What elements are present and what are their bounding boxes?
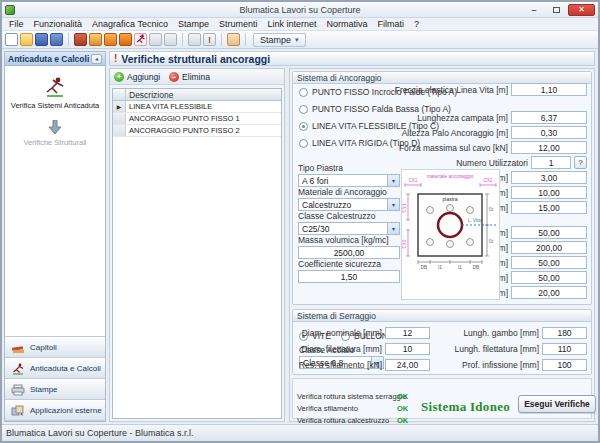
maximize-button[interactable] (546, 4, 566, 16)
delete-button[interactable]: Elimina (169, 72, 210, 82)
prof-infissione-input[interactable]: 100 (542, 359, 587, 371)
classe-calcestruzzo-select[interactable]: C25/30 (298, 222, 400, 235)
anchors-grid: Descrizione LINEA VITA FLESSIBILE ANCORA… (112, 88, 282, 419)
lungh-gambo-input[interactable]: 180 (542, 327, 587, 339)
field-label: Numero Utilizzatori (456, 158, 528, 168)
sidebar-collapse-button[interactable] (91, 54, 102, 64)
menu-link-internet[interactable]: Link internet (262, 19, 321, 29)
altezza-input[interactable]: 0,30 (511, 126, 587, 139)
tipo-piastra-select[interactable]: A 6 fori (298, 174, 400, 187)
anticaduta-icon[interactable] (134, 33, 147, 46)
verifica-rottura-serraggio-label: Verifica rottura sistema serraggio (297, 392, 407, 401)
cx2-input[interactable]: 200,00 (511, 241, 587, 254)
anagrafica-icon[interactable] (89, 33, 102, 46)
freccia-input[interactable]: 1,10 (511, 83, 587, 96)
res-sfilamento-input[interactable]: 24,00 (385, 359, 430, 371)
sidebar-item-verifica-sistemi[interactable]: Verifica Sistemi Anticaduta (11, 101, 99, 110)
field-lunghezza-campata: Lunghezza campata [m] 6,37 (417, 111, 587, 124)
selected-value: A 6 fori (302, 176, 328, 186)
row-selector (113, 113, 126, 124)
field-label: Res. a sfilamento [kN] (299, 360, 382, 370)
capitoli-icon[interactable] (74, 33, 87, 46)
computo-icon[interactable] (104, 33, 117, 46)
down-arrow-icon (47, 120, 63, 135)
menu-stampe[interactable]: Stampe (173, 19, 214, 29)
hand-icon[interactable] (227, 33, 240, 46)
field-label: Lungh. gambo [mm] (463, 328, 539, 338)
cy2-input[interactable]: 50,00 (511, 271, 587, 284)
table-row[interactable]: ANCORAGGIO PUNTO FISSO 2 (113, 125, 281, 137)
status-text: Blumatica Lavori su Coperture - Blumatic… (6, 428, 194, 438)
svg-text:DB: DB (421, 265, 427, 270)
lungh-filettatura-input[interactable]: 110 (542, 343, 587, 355)
misc-icon-3[interactable] (188, 33, 201, 46)
nav-stampe[interactable]: Stampe (5, 379, 105, 400)
help-button[interactable] (574, 156, 587, 169)
contabilita-icon[interactable] (119, 33, 132, 46)
nav-capitoli[interactable]: Capitoli (5, 337, 105, 358)
minimize-button[interactable] (524, 4, 544, 16)
i2-input[interactable]: 15,00 (511, 201, 587, 214)
close-button[interactable] (568, 4, 595, 16)
menu-anagrafica-tecnico[interactable]: Anagrafica Tecnico (87, 19, 173, 29)
list-toolbar: Aggiungi Elimina (110, 69, 284, 85)
plus-icon (114, 72, 124, 82)
misc-icon-2[interactable] (164, 33, 177, 46)
stampe-dropdown-button[interactable]: Stampe (253, 33, 306, 47)
nav-applicazioni-esterne[interactable]: Applicazioni esterne (5, 400, 105, 421)
save-as-icon[interactable] (50, 33, 63, 46)
forza-input[interactable]: 12,00 (511, 141, 587, 154)
field-lungh-gambo: Lungh. gambo [mm] 180 (463, 327, 587, 339)
field-label: Tipo Piastra (298, 163, 400, 173)
field-coefficiente-sicurezza: Coefficiente sicurezza 1,50 (298, 259, 400, 283)
field-tipo-piastra: Tipo Piastra A 6 fori (298, 163, 400, 187)
plate-diagram: materiale ancoraggio CX1 CX2 CY1 CY2 pia… (401, 169, 500, 300)
db-input[interactable]: 3,00 (511, 171, 587, 184)
table-row[interactable]: LINEA VITA FLESSIBILE (113, 101, 281, 113)
nav-anticaduta-e-calcoli[interactable]: Anticaduta e Calcoli (5, 358, 105, 379)
column-descrizione: Descrizione (126, 89, 173, 100)
field-label: Coefficiente sicurezza (298, 259, 400, 269)
chevron-down-icon (387, 223, 399, 234)
warning-icon[interactable] (203, 33, 216, 46)
save-icon[interactable] (35, 33, 48, 46)
add-button[interactable]: Aggiungi (114, 72, 160, 82)
utilizzatori-input[interactable]: 1 (531, 156, 571, 169)
field-label: Massa volumica [kg/mc] (298, 235, 400, 245)
menu-file[interactable]: File (4, 19, 29, 29)
sidebar-item-verifiche-strutturali[interactable]: Verifiche Strutturali (24, 138, 87, 147)
plate-diagram-svg: materiale ancoraggio CX1 CX2 CY1 CY2 pia… (402, 170, 499, 299)
falling-person-icon[interactable] (42, 76, 68, 98)
toolbar-separator (221, 33, 222, 46)
field-label: Classe Calcestruzzo (298, 211, 400, 221)
toolbar-separator (245, 33, 246, 46)
cy1-input[interactable]: 50,00 (511, 256, 587, 269)
hm-input[interactable]: 20,00 (511, 286, 587, 299)
menu-help[interactable]: ? (409, 19, 424, 29)
books-icon (11, 342, 25, 354)
open-icon[interactable] (20, 33, 33, 46)
misc-icon-1[interactable] (149, 33, 162, 46)
nav-anticaduta-label: Anticaduta e Calcoli (30, 364, 101, 373)
table-row[interactable]: ANCORAGGIO PUNTO FISSO 1 (113, 113, 281, 125)
menu-normativa[interactable]: Normativa (322, 19, 373, 29)
field-diam-filettatura: Diam. filettatura [mm] 10 (301, 343, 430, 355)
verifica-sfilamento-status: OK (397, 404, 408, 413)
verifica-sfilamento-label: Verifica sfilamento (297, 404, 358, 413)
i1-input[interactable]: 10,00 (511, 186, 587, 199)
menu-strumenti[interactable]: Strumenti (214, 19, 263, 29)
materiale-select[interactable]: Calcestruzzo (298, 198, 400, 211)
menu-bar: File Funzionalità Anagrafica Tecnico Sta… (2, 18, 598, 31)
coefficiente-input[interactable]: 1,50 (298, 270, 400, 283)
esegui-verifiche-button[interactable]: Esegui Verifiche (518, 395, 596, 413)
menu-funzionalita[interactable]: Funzionalità (29, 19, 88, 29)
campata-input[interactable]: 6,37 (511, 111, 587, 124)
menu-filmati[interactable]: Filmati (373, 19, 410, 29)
new-icon[interactable] (5, 33, 18, 46)
main-area: Verifiche strutturali ancoraggi Aggiungi… (109, 51, 595, 422)
cx1-input[interactable]: 50,00 (511, 226, 587, 239)
massa-volumica-input[interactable]: 2500,00 (298, 246, 400, 259)
diam-filettatura-input[interactable]: 10 (385, 343, 430, 355)
diam-nominale-input[interactable]: 12 (385, 327, 430, 339)
chevron-down-icon (387, 199, 399, 210)
